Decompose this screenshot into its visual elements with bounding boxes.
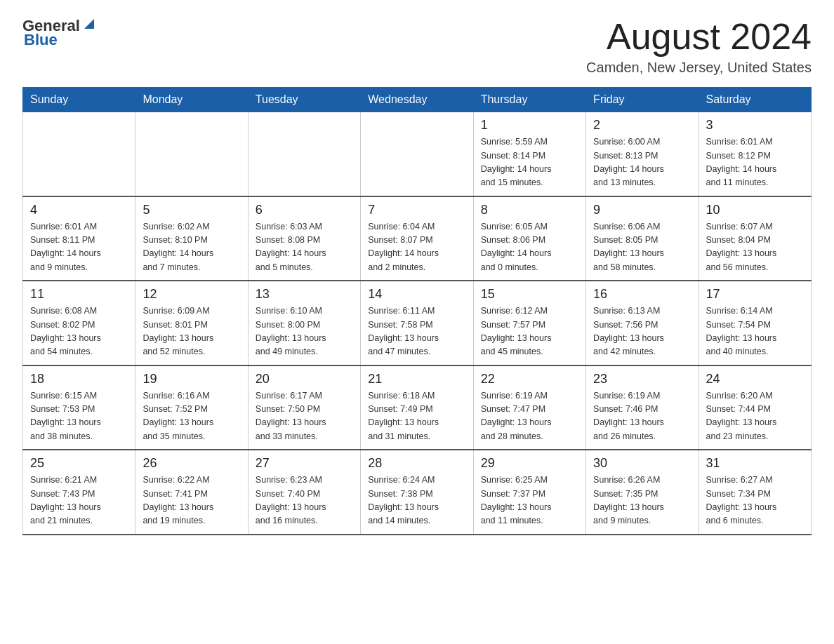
day-info: Sunrise: 6:16 AM Sunset: 7:52 PM Dayligh… bbox=[143, 389, 240, 444]
day-info: Sunrise: 6:03 AM Sunset: 8:08 PM Dayligh… bbox=[256, 220, 353, 275]
day-info: Sunrise: 5:59 AM Sunset: 8:14 PM Dayligh… bbox=[481, 135, 578, 190]
day-number: 12 bbox=[143, 287, 240, 302]
day-info: Sunrise: 6:27 AM Sunset: 7:34 PM Dayligh… bbox=[706, 474, 804, 528]
calendar-day-cell: 12Sunrise: 6:09 AM Sunset: 8:01 PM Dayli… bbox=[135, 281, 248, 365]
day-info: Sunrise: 6:08 AM Sunset: 8:02 PM Dayligh… bbox=[30, 304, 128, 359]
day-info: Sunrise: 6:01 AM Sunset: 8:11 PM Dayligh… bbox=[30, 220, 128, 275]
day-info: Sunrise: 6:14 AM Sunset: 7:54 PM Dayligh… bbox=[706, 304, 804, 359]
day-number: 4 bbox=[30, 203, 128, 217]
calendar-day-cell: 4Sunrise: 6:01 AM Sunset: 8:11 PM Daylig… bbox=[23, 196, 135, 281]
page-title: August 2024 bbox=[586, 17, 812, 57]
day-info: Sunrise: 6:19 AM Sunset: 7:46 PM Dayligh… bbox=[593, 389, 691, 444]
day-number: 13 bbox=[256, 287, 353, 302]
day-number: 25 bbox=[30, 456, 128, 471]
calendar-day-cell: 25Sunrise: 6:21 AM Sunset: 7:43 PM Dayli… bbox=[23, 450, 135, 535]
day-number: 14 bbox=[368, 287, 465, 302]
calendar-day-cell: 20Sunrise: 6:17 AM Sunset: 7:50 PM Dayli… bbox=[248, 365, 360, 450]
day-number: 16 bbox=[593, 287, 691, 302]
day-number: 30 bbox=[593, 456, 691, 471]
page-header: General Blue August 2024 Camden, New Jer… bbox=[22, 17, 812, 76]
calendar-week-row: 1Sunrise: 5:59 AM Sunset: 8:14 PM Daylig… bbox=[23, 112, 812, 196]
day-info: Sunrise: 6:05 AM Sunset: 8:06 PM Dayligh… bbox=[481, 220, 578, 275]
logo: General Blue bbox=[22, 17, 97, 49]
calendar-week-row: 25Sunrise: 6:21 AM Sunset: 7:43 PM Dayli… bbox=[23, 450, 812, 535]
day-info: Sunrise: 6:26 AM Sunset: 7:35 PM Dayligh… bbox=[593, 474, 691, 528]
calendar-day-cell: 10Sunrise: 6:07 AM Sunset: 8:04 PM Dayli… bbox=[699, 196, 811, 281]
calendar-day-cell: 24Sunrise: 6:20 AM Sunset: 7:44 PM Dayli… bbox=[699, 365, 811, 450]
day-number: 26 bbox=[143, 456, 240, 471]
day-info: Sunrise: 6:09 AM Sunset: 8:01 PM Dayligh… bbox=[143, 304, 240, 359]
day-info: Sunrise: 6:13 AM Sunset: 7:56 PM Dayligh… bbox=[593, 304, 691, 359]
svg-marker-0 bbox=[84, 19, 94, 29]
logo-blue: Blue bbox=[24, 31, 58, 49]
calendar-day-cell bbox=[23, 112, 135, 196]
calendar-day-cell bbox=[361, 112, 473, 196]
day-info: Sunrise: 6:07 AM Sunset: 8:04 PM Dayligh… bbox=[706, 220, 804, 275]
day-number: 23 bbox=[593, 372, 691, 387]
day-info: Sunrise: 6:20 AM Sunset: 7:44 PM Dayligh… bbox=[706, 389, 804, 444]
calendar-day-cell: 30Sunrise: 6:26 AM Sunset: 7:35 PM Dayli… bbox=[586, 450, 699, 535]
day-number: 7 bbox=[368, 203, 465, 217]
calendar-day-cell: 9Sunrise: 6:06 AM Sunset: 8:05 PM Daylig… bbox=[586, 196, 699, 281]
page-subtitle: Camden, New Jersey, United States bbox=[586, 60, 812, 76]
calendar-day-cell: 5Sunrise: 6:02 AM Sunset: 8:10 PM Daylig… bbox=[135, 196, 248, 281]
calendar-day-cell: 7Sunrise: 6:04 AM Sunset: 8:07 PM Daylig… bbox=[361, 196, 473, 281]
calendar-week-row: 18Sunrise: 6:15 AM Sunset: 7:53 PM Dayli… bbox=[23, 365, 812, 450]
day-info: Sunrise: 6:23 AM Sunset: 7:40 PM Dayligh… bbox=[256, 474, 353, 528]
calendar-day-cell: 14Sunrise: 6:11 AM Sunset: 7:58 PM Dayli… bbox=[361, 281, 473, 365]
calendar-day-cell: 29Sunrise: 6:25 AM Sunset: 7:37 PM Dayli… bbox=[473, 450, 585, 535]
calendar-table: SundayMondayTuesdayWednesdayThursdayFrid… bbox=[22, 87, 812, 535]
day-number: 20 bbox=[256, 372, 353, 387]
calendar-day-cell: 23Sunrise: 6:19 AM Sunset: 7:46 PM Dayli… bbox=[586, 365, 699, 450]
day-info: Sunrise: 6:22 AM Sunset: 7:41 PM Dayligh… bbox=[143, 474, 240, 528]
day-number: 27 bbox=[256, 456, 353, 471]
calendar-week-row: 4Sunrise: 6:01 AM Sunset: 8:11 PM Daylig… bbox=[23, 196, 812, 281]
calendar-day-cell: 16Sunrise: 6:13 AM Sunset: 7:56 PM Dayli… bbox=[586, 281, 699, 365]
calendar-day-cell bbox=[248, 112, 360, 196]
weekday-header-wednesday: Wednesday bbox=[361, 88, 473, 112]
day-number: 11 bbox=[30, 287, 128, 302]
calendar-day-cell: 1Sunrise: 5:59 AM Sunset: 8:14 PM Daylig… bbox=[473, 112, 585, 196]
day-number: 18 bbox=[30, 372, 128, 387]
day-number: 2 bbox=[593, 118, 691, 133]
day-info: Sunrise: 6:15 AM Sunset: 7:53 PM Dayligh… bbox=[30, 389, 128, 444]
calendar-day-cell: 27Sunrise: 6:23 AM Sunset: 7:40 PM Dayli… bbox=[248, 450, 360, 535]
calendar-day-cell: 6Sunrise: 6:03 AM Sunset: 8:08 PM Daylig… bbox=[248, 196, 360, 281]
weekday-header-saturday: Saturday bbox=[699, 88, 811, 112]
calendar-day-cell: 19Sunrise: 6:16 AM Sunset: 7:52 PM Dayli… bbox=[135, 365, 248, 450]
calendar-day-cell: 28Sunrise: 6:24 AM Sunset: 7:38 PM Dayli… bbox=[361, 450, 473, 535]
day-info: Sunrise: 6:18 AM Sunset: 7:49 PM Dayligh… bbox=[368, 389, 465, 444]
logo-triangle-icon bbox=[81, 16, 97, 32]
calendar-day-cell: 18Sunrise: 6:15 AM Sunset: 7:53 PM Dayli… bbox=[23, 365, 135, 450]
day-number: 17 bbox=[706, 287, 804, 302]
day-number: 6 bbox=[256, 203, 353, 217]
day-info: Sunrise: 6:19 AM Sunset: 7:47 PM Dayligh… bbox=[481, 389, 578, 444]
calendar-day-cell: 3Sunrise: 6:01 AM Sunset: 8:12 PM Daylig… bbox=[699, 112, 811, 196]
day-number: 21 bbox=[368, 372, 465, 387]
calendar-day-cell: 11Sunrise: 6:08 AM Sunset: 8:02 PM Dayli… bbox=[23, 281, 135, 365]
day-info: Sunrise: 6:17 AM Sunset: 7:50 PM Dayligh… bbox=[256, 389, 353, 444]
title-block: August 2024 Camden, New Jersey, United S… bbox=[586, 17, 812, 76]
day-number: 28 bbox=[368, 456, 465, 471]
calendar-day-cell: 22Sunrise: 6:19 AM Sunset: 7:47 PM Dayli… bbox=[473, 365, 585, 450]
day-number: 19 bbox=[143, 372, 240, 387]
day-info: Sunrise: 6:11 AM Sunset: 7:58 PM Dayligh… bbox=[368, 304, 465, 359]
day-number: 22 bbox=[481, 372, 578, 387]
calendar-day-cell: 15Sunrise: 6:12 AM Sunset: 7:57 PM Dayli… bbox=[473, 281, 585, 365]
calendar-day-cell: 8Sunrise: 6:05 AM Sunset: 8:06 PM Daylig… bbox=[473, 196, 585, 281]
day-number: 9 bbox=[593, 203, 691, 217]
day-info: Sunrise: 6:06 AM Sunset: 8:05 PM Dayligh… bbox=[593, 220, 691, 275]
day-info: Sunrise: 6:02 AM Sunset: 8:10 PM Dayligh… bbox=[143, 220, 240, 275]
day-info: Sunrise: 6:25 AM Sunset: 7:37 PM Dayligh… bbox=[481, 474, 578, 528]
day-number: 5 bbox=[143, 203, 240, 217]
day-number: 29 bbox=[481, 456, 578, 471]
day-info: Sunrise: 6:21 AM Sunset: 7:43 PM Dayligh… bbox=[30, 474, 128, 528]
weekday-header-tuesday: Tuesday bbox=[248, 88, 360, 112]
weekday-header-sunday: Sunday bbox=[23, 88, 135, 112]
calendar-day-cell: 2Sunrise: 6:00 AM Sunset: 8:13 PM Daylig… bbox=[586, 112, 699, 196]
calendar-day-cell bbox=[135, 112, 248, 196]
calendar-header-row: SundayMondayTuesdayWednesdayThursdayFrid… bbox=[23, 88, 812, 112]
day-number: 31 bbox=[706, 456, 804, 471]
calendar-day-cell: 17Sunrise: 6:14 AM Sunset: 7:54 PM Dayli… bbox=[699, 281, 811, 365]
weekday-header-monday: Monday bbox=[135, 88, 248, 112]
